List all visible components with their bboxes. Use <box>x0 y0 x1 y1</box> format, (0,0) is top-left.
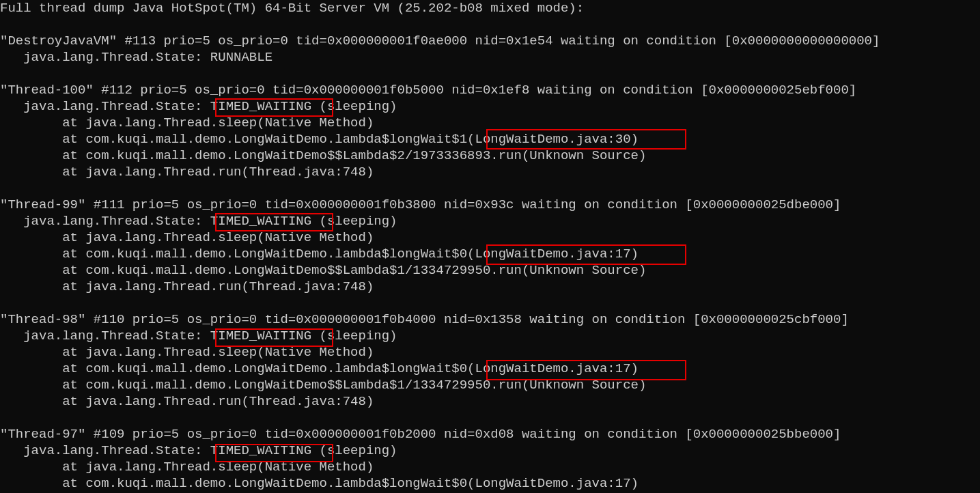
thread-state-pre: java.lang.Thread.State: <box>0 99 210 114</box>
highlight-box <box>486 244 686 265</box>
stack-frame: at java.lang.Thread.sleep(Native Method) <box>0 459 980 475</box>
thread-header: "Thread-98" #110 prio=5 os_prio=0 tid=0x… <box>0 311 980 328</box>
terminal-output[interactable]: Full thread dump Java HotSpot(TM) 64-Bit… <box>0 0 980 492</box>
highlight-box <box>215 98 333 117</box>
stack-frame: at java.lang.Thread.run(Thread.java:748) <box>0 279 980 295</box>
thread-state-line: java.lang.Thread.State: TIMED_WAITING (s… <box>0 98 980 115</box>
highlight-box <box>486 129 686 150</box>
thread-state-line: java.lang.Thread.State: TIMED_WAITING (s… <box>0 328 980 344</box>
highlight-box <box>486 360 686 380</box>
thread-header: "Thread-97" #109 prio=5 os_prio=0 tid=0x… <box>0 426 980 442</box>
stack-frame: at com.kuqi.mall.demo.LongWaitDemo$$Lamb… <box>0 147 980 164</box>
stack-frame: at java.lang.Thread.run(Thread.java:748) <box>0 393 980 410</box>
thread-state-line: java.lang.Thread.State: TIMED_WAITING (s… <box>0 213 980 229</box>
blank-line <box>0 16 980 33</box>
thread-state-line: java.lang.Thread.State: RUNNABLE <box>0 49 980 66</box>
thread-header: "Thread-99" #111 prio=5 os_prio=0 tid=0x… <box>0 197 980 213</box>
highlight-box <box>215 328 333 347</box>
highlight-box <box>215 444 333 462</box>
thread-state-pre: java.lang.Thread.State: <box>0 328 210 343</box>
thread-state-pre: java.lang.Thread.State: <box>0 214 210 229</box>
blank-line <box>0 66 980 82</box>
blank-line <box>0 180 980 197</box>
thread-header: "Thread-100" #112 prio=5 os_prio=0 tid=0… <box>0 82 980 98</box>
highlight-box <box>215 213 333 231</box>
stack-frame: at com.kuqi.mall.demo.LongWaitDemo.lambd… <box>0 475 980 492</box>
dump-header: Full thread dump Java HotSpot(TM) 64-Bit… <box>0 0 980 16</box>
stack-frame: at java.lang.Thread.sleep(Native Method) <box>0 344 980 361</box>
stack-frame: at java.lang.Thread.run(Thread.java:748) <box>0 164 980 180</box>
blank-line <box>0 410 980 426</box>
thread-state-pre: java.lang.Thread.State: <box>0 50 210 65</box>
blank-line <box>0 295 980 311</box>
thread-header: "DestroyJavaVM" #113 prio=5 os_prio=0 ti… <box>0 33 980 49</box>
thread-state: RUNNABLE <box>210 50 272 65</box>
stack-frame: at java.lang.Thread.sleep(Native Method) <box>0 229 980 246</box>
thread-state-pre: java.lang.Thread.State: <box>0 443 210 458</box>
thread-state-line: java.lang.Thread.State: TIMED_WAITING (s… <box>0 442 980 459</box>
